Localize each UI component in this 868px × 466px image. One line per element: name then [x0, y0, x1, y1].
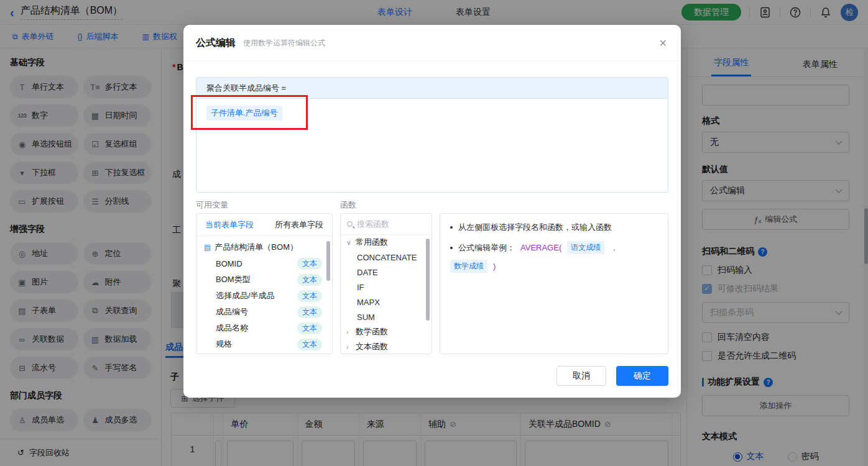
tip-line-1: 从左侧面板选择字段名和函数，或输入函数 — [450, 222, 658, 233]
tip-line-2: 公式编辑举例： AVERAGE( 语文成绩 ， 数学成绩 ) — [450, 241, 658, 273]
modal-header: 公式编辑 使用数学运算符编辑公式 ✕ — [183, 25, 681, 62]
scrollbar-thumb[interactable] — [326, 241, 330, 281]
cancel-button[interactable]: 取消 — [556, 366, 606, 386]
search-icon — [347, 221, 353, 227]
confirm-button[interactable]: 确定 — [616, 366, 668, 386]
tab-current-form-fields[interactable]: 当前表单字段 — [205, 219, 254, 231]
type-badge: 文本 — [297, 274, 322, 286]
modal-subtitle: 使用数学运算符编辑公式 — [243, 38, 325, 48]
functions-panel: ∨常用函数 CONCATENATE DATE IF MAPX SUM ›数学函数… — [340, 213, 432, 354]
variable-item-product-no[interactable]: 成品编号文本 — [196, 304, 332, 320]
type-badge: 文本 — [297, 306, 322, 318]
variables-tabs: 当前表单字段 所有表单字段 — [196, 214, 332, 236]
document-icon: ▤ — [204, 243, 211, 252]
function-concatenate[interactable]: CONCATENATE — [341, 250, 432, 265]
example-function-open: AVERAGE( — [520, 243, 561, 252]
group-math-functions[interactable]: ›数学函数 — [341, 324, 432, 339]
modal-title: 公式编辑 — [196, 37, 236, 50]
comma: ， — [610, 242, 618, 254]
variables-panel: 当前表单字段 所有表单字段 ▤ 产品结构清单（BOM） BOMID文本 BOM类… — [196, 213, 333, 354]
bullet-icon — [450, 247, 453, 249]
type-badge: 文本 — [297, 322, 322, 334]
variable-item-select-product[interactable]: 选择成品/半成品文本 — [196, 288, 332, 304]
example-field-chip: 语文成绩 — [567, 241, 604, 254]
type-badge: 文本 — [297, 290, 322, 302]
chevron-collapsed-icon: › — [346, 328, 353, 336]
group-common-functions[interactable]: ∨常用函数 — [341, 235, 432, 250]
scrollbar-thumb[interactable] — [426, 239, 430, 321]
example-field-chip: 数学成绩 — [450, 260, 487, 273]
function-sum[interactable]: SUM — [341, 309, 432, 324]
example-function-close: ) — [493, 262, 496, 271]
variable-item-product-name[interactable]: 成品名称文本 — [196, 320, 332, 336]
function-search[interactable] — [341, 214, 432, 235]
function-if[interactable]: IF — [341, 280, 432, 295]
chevron-expanded-icon: ∨ — [346, 239, 353, 247]
group-text-functions[interactable]: ›文本函数 — [341, 339, 432, 354]
modal-footer: 取消 确定 — [556, 366, 668, 386]
function-date[interactable]: DATE — [341, 265, 432, 280]
formula-editor[interactable]: 聚合关联半成品编号 = 子件清单.产品编号 — [196, 77, 668, 193]
bullet-icon — [450, 226, 453, 229]
variables-label: 可用变量 — [196, 199, 228, 211]
variable-item-bom-type[interactable]: BOM类型文本 — [196, 272, 332, 288]
type-badge: 文本 — [297, 339, 322, 350]
formula-edit-modal: 公式编辑 使用数学运算符编辑公式 ✕ 聚合关联半成品编号 = 子件清单.产品编号… — [183, 25, 681, 398]
variable-item-spec[interactable]: 规格文本 — [196, 336, 332, 352]
variable-item-bomid[interactable]: BOMID文本 — [196, 255, 332, 272]
function-search-input[interactable] — [357, 219, 413, 229]
formula-tips-panel: 从左侧面板选择字段名和函数，或输入函数 公式编辑举例： AVERAGE( 语文成… — [440, 213, 668, 354]
functions-label: 函数 — [340, 199, 356, 211]
annotation-box — [191, 95, 308, 130]
tab-all-form-fields[interactable]: 所有表单字段 — [275, 219, 323, 231]
type-badge: 文本 — [297, 258, 322, 270]
close-icon[interactable]: ✕ — [659, 37, 667, 49]
form-designer-page: ‹ 产品结构清单（BOM） 表单设计 表单设置 数据管理 — [0, 0, 868, 466]
chevron-collapsed-icon: › — [346, 343, 353, 350]
variables-tree-root[interactable]: ▤ 产品结构清单（BOM） — [196, 239, 332, 255]
function-mapx[interactable]: MAPX — [341, 295, 432, 309]
